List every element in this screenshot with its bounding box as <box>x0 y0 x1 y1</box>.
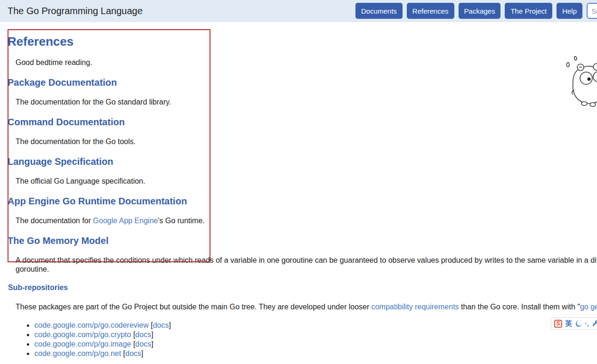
repo-link-image[interactable]: code.google.com/p/go.image <box>34 340 131 348</box>
nav-packages-button[interactable]: Packages <box>459 3 501 19</box>
desc-app-engine-suffix: 's Go runtime. <box>158 217 204 225</box>
compatibility-requirements-link[interactable]: compatibility requirements <box>371 303 459 311</box>
list-item: code.google.com/p/go.crypto [docs] <box>34 330 597 340</box>
desc-app-engine-prefix: The documentation for <box>16 217 93 225</box>
moon-icon[interactable] <box>575 320 582 327</box>
repo-link-crypto[interactable]: code.google.com/p/go.crypto <box>34 331 131 339</box>
sogou-logo-icon[interactable]: S <box>554 320 562 328</box>
memory-model-line-1: A document that specifies the conditions… <box>16 256 597 265</box>
bracket-close: ] <box>169 321 171 329</box>
heading-app-engine-docs[interactable]: App Engine Go Runtime Documentation <box>8 196 597 207</box>
bracket-open: [ <box>149 321 153 329</box>
nav-project-button[interactable]: The Project <box>505 3 552 19</box>
desc-language-specification: The official Go Language specification. <box>16 177 597 186</box>
search-input[interactable] <box>587 3 597 19</box>
heading-language-specification[interactable]: Language Specification <box>8 156 597 167</box>
nav-help-button[interactable]: Help <box>557 3 582 19</box>
docs-link-codereview[interactable]: docs <box>153 321 169 329</box>
punctuation-icon[interactable]: ·, <box>585 320 589 327</box>
list-item: code.google.com/p/go.codereview [docs] <box>34 321 597 330</box>
repo-link-codereview[interactable]: code.google.com/p/go.codereview <box>34 321 149 329</box>
english-mode-label[interactable]: 英 <box>565 319 572 328</box>
sub-repositories-intro: These packages are part of the Go Projec… <box>16 302 597 311</box>
list-item: code.google.com/p/go.image [docs] <box>34 340 597 349</box>
repo-link-net[interactable]: code.google.com/p/go.net <box>34 349 121 357</box>
intro-text: Good bedtime reading. <box>16 58 597 67</box>
wrench-icon[interactable] <box>592 320 597 327</box>
subrepos-intro-prefix: These packages are part of the Go Projec… <box>16 303 371 311</box>
go-get-link[interactable]: go get <box>580 303 597 311</box>
site-title: The Go Programming Language <box>8 0 143 22</box>
gopher-icon <box>562 53 597 109</box>
go-gopher-illustration <box>562 53 597 111</box>
top-nav: Documents References Packages The Projec… <box>355 3 597 19</box>
desc-go-memory-model: A document that specifies the conditions… <box>16 256 597 274</box>
docs-link-image[interactable]: docs <box>135 340 151 348</box>
list-item: code.google.com/p/go.net [docs] <box>34 349 597 358</box>
heading-command-documentation[interactable]: Command Documentation <box>8 117 597 128</box>
ime-toolbar: S 英 ·, <box>551 317 597 330</box>
desc-package-documentation: The documentation for the Go standard li… <box>16 97 597 106</box>
nav-references-button[interactable]: References <box>407 3 454 19</box>
bracket-close: ] <box>141 349 143 357</box>
subrepos-intro-mid: than the Go core. Install them with " <box>459 303 580 311</box>
heading-sub-repositories: Sub-repositories <box>8 283 597 292</box>
page-title: References <box>8 34 597 49</box>
heading-go-memory-model[interactable]: The Go Memory Model <box>8 235 597 246</box>
heading-package-documentation[interactable]: Package Documentation <box>8 77 597 88</box>
docs-link-crypto[interactable]: docs <box>135 331 151 339</box>
desc-app-engine: The documentation for Google App Engine'… <box>16 216 597 225</box>
bracket-close: ] <box>151 340 153 348</box>
memory-model-line-2: goroutine. <box>16 265 597 274</box>
sub-repositories-list: code.google.com/p/go.codereview [docs] c… <box>16 321 597 358</box>
google-app-engine-link[interactable]: Google App Engine <box>93 217 158 225</box>
main-content: References Good bedtime reading. Package… <box>0 34 597 358</box>
bracket-open: [ <box>121 349 125 357</box>
docs-link-net[interactable]: docs <box>125 349 141 357</box>
nav-documents-button[interactable]: Documents <box>355 3 403 19</box>
top-bar: The Go Programming Language Documents Re… <box>0 0 597 22</box>
desc-command-documentation: The documentation for the Go tools. <box>16 137 597 146</box>
bracket-close: ] <box>151 331 153 339</box>
